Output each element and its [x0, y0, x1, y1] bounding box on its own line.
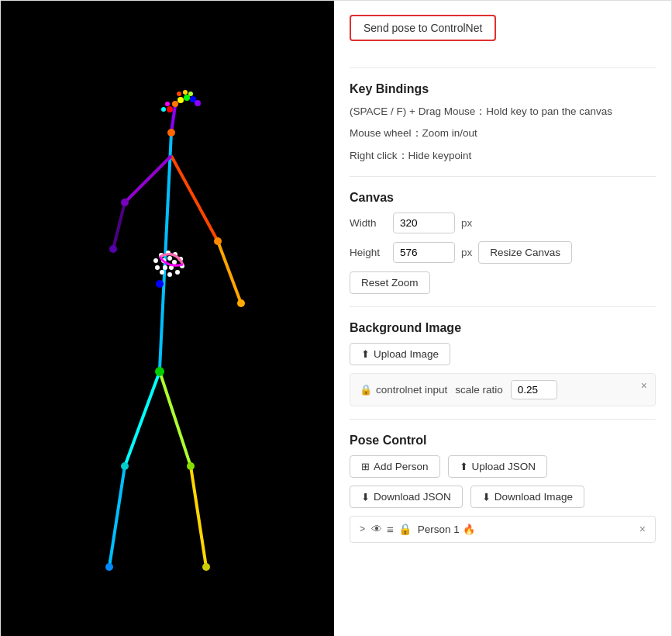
canvas-height-label: Height [350, 247, 387, 258]
reset-zoom-button[interactable]: Reset Zoom [350, 271, 430, 294]
divider-1 [350, 67, 656, 68]
upload-json-icon: ⬆ [460, 461, 468, 472]
upload-row: ⬆ Upload Image [350, 343, 656, 365]
svg-point-23 [153, 258, 158, 263]
canvas-width-input[interactable] [393, 213, 455, 233]
pose-buttons-row-2: ⬆ Download JSON ⬆ Download Image [350, 486, 656, 508]
svg-point-18 [165, 102, 170, 106]
svg-point-42 [121, 199, 129, 206]
send-pose-button[interactable]: Send pose to ControlNet [350, 15, 496, 41]
svg-point-37 [163, 265, 167, 270]
person-name: Person 1 🔥 [418, 524, 633, 535]
controlnet-close-button[interactable]: × [641, 380, 647, 391]
svg-point-45 [187, 462, 195, 470]
svg-point-30 [167, 272, 172, 277]
app-container: Send pose to ControlNet Key Bindings (SP… [0, 0, 672, 636]
download-image-icon: ⬆ [482, 491, 491, 503]
canvas-width-label: Width [350, 217, 387, 229]
svg-point-31 [160, 270, 164, 275]
download-json-button[interactable]: ⬆ Download JSON [350, 486, 463, 508]
person-icons: 👁 ≡ 🔒 [371, 523, 412, 536]
canvas-panel [1, 1, 334, 636]
background-image-title: Background Image [350, 321, 656, 335]
resize-canvas-button[interactable]: Resize Canvas [478, 241, 572, 264]
svg-point-20 [177, 92, 181, 96]
canvas-height-unit: px [461, 247, 472, 258]
controlnet-label: 🔒 controlnet input [360, 384, 447, 396]
svg-point-39 [167, 129, 175, 137]
download-json-icon: ⬆ [361, 491, 370, 503]
keybinding-line-3: Right click：Hide keypoint [350, 148, 656, 164]
scale-ratio-input[interactable] [511, 380, 557, 399]
canvas-section: Canvas Width px Height px Resize Canvas … [350, 191, 656, 294]
keybinding-line-2: Mouse wheel：Zoom in/out [350, 126, 656, 141]
person-fire-icon: 🔥 [463, 524, 475, 535]
key-bindings-title: Key Bindings [350, 82, 656, 96]
svg-point-29 [175, 270, 180, 275]
svg-point-48 [105, 563, 113, 571]
canvas-width-row: Width px [350, 213, 656, 233]
pose-control-title: Pose Control [350, 434, 656, 448]
svg-point-14 [177, 97, 184, 103]
add-person-button[interactable]: ⊞ Add Person [350, 455, 440, 478]
canvas-title: Canvas [350, 191, 656, 205]
svg-point-12 [167, 106, 173, 112]
canvas-height-row: Height px Resize Canvas [350, 241, 656, 264]
download-json-label: Download JSON [374, 491, 451, 503]
download-image-label: Download Image [495, 491, 573, 503]
divider-3 [350, 306, 656, 307]
controlnet-row: 🔒 controlnet input scale ratio × [350, 373, 656, 406]
download-image-button[interactable]: ⬆ Download Image [470, 486, 584, 508]
svg-point-35 [172, 260, 177, 264]
add-person-icon: ⊞ [361, 461, 370, 472]
upload-json-button[interactable]: ⬆ Upload JSON [448, 455, 548, 478]
reset-zoom-row: Reset Zoom [350, 271, 656, 294]
controlnet-text: controlnet input [376, 384, 447, 396]
svg-point-38 [156, 280, 164, 288]
upload-json-label: Upload JSON [472, 461, 536, 472]
svg-point-21 [183, 90, 188, 95]
svg-point-46 [202, 563, 210, 571]
upload-icon: ⬆ [361, 348, 370, 360]
svg-point-13 [172, 101, 178, 107]
svg-point-47 [121, 462, 129, 470]
pose-control-section: Pose Control ⊞ Add Person ⬆ Upload JSON … [350, 434, 656, 543]
list-icon[interactable]: ≡ [387, 523, 394, 536]
person-close-button[interactable]: × [639, 523, 646, 535]
person-name-text: Person 1 [418, 524, 460, 535]
svg-point-40 [214, 237, 222, 245]
svg-point-44 [155, 367, 164, 376]
person-row: > 👁 ≡ 🔒 Person 1 🔥 × [350, 516, 656, 543]
keybinding-line-1: (SPACE / F) + Drag Mouse：Hold key to pan… [350, 104, 656, 119]
person-lock-icon[interactable]: 🔒 [398, 523, 412, 535]
right-panel: Send pose to ControlNet Key Bindings (SP… [334, 1, 671, 636]
person-chevron-icon[interactable]: > [360, 524, 365, 534]
upload-image-button[interactable]: ⬆ Upload Image [350, 343, 450, 365]
svg-point-19 [161, 107, 166, 112]
canvas-height-input[interactable] [393, 242, 455, 263]
lock-icon: 🔒 [360, 384, 372, 396]
svg-rect-0 [1, 1, 334, 636]
upload-image-label: Upload Image [374, 348, 439, 360]
svg-point-15 [184, 95, 190, 101]
svg-point-17 [195, 100, 201, 106]
divider-2 [350, 176, 656, 177]
canvas-width-unit: px [461, 217, 472, 229]
pose-canvas [1, 1, 334, 636]
scale-ratio-label: scale ratio [455, 384, 503, 396]
add-person-label: Add Person [374, 461, 429, 472]
svg-point-32 [155, 265, 160, 270]
svg-point-22 [188, 92, 193, 96]
divider-4 [350, 419, 656, 420]
svg-point-43 [109, 245, 117, 253]
svg-point-41 [237, 299, 245, 307]
eye-icon[interactable]: 👁 [371, 523, 382, 535]
svg-point-34 [167, 256, 172, 261]
background-image-section: Background Image ⬆ Upload Image 🔒 contro… [350, 321, 656, 406]
pose-buttons-row-1: ⊞ Add Person ⬆ Upload JSON [350, 455, 656, 478]
